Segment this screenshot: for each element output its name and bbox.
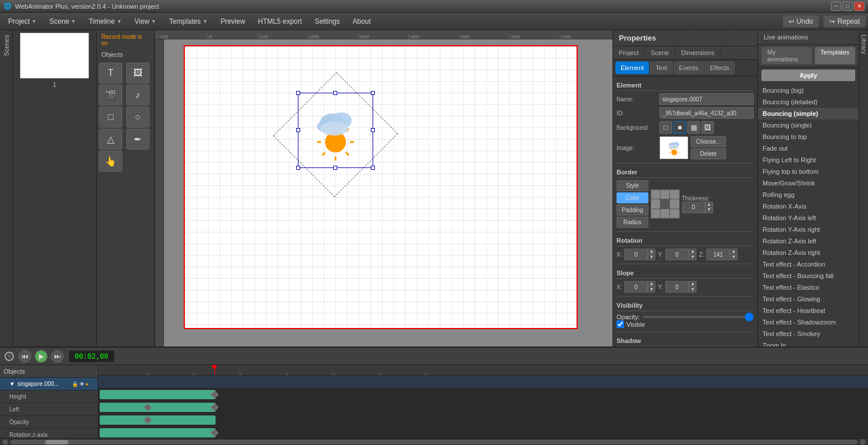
template-bouncing-simple[interactable]: Bouncing (simple) <box>758 108 859 119</box>
pointer-tool-button[interactable]: 👆 <box>99 151 122 172</box>
ellipse-tool-button[interactable]: ○ <box>126 107 149 127</box>
scene-thumbnail-1[interactable] <box>20 32 89 79</box>
tab-element[interactable]: Element <box>615 61 649 74</box>
template-flying-top-bottom[interactable]: Flying top to bottom <box>758 166 859 177</box>
eyedropper-tool-button[interactable]: ✒ <box>126 129 149 149</box>
border-cell-bc[interactable] <box>661 209 669 218</box>
handle-top-left[interactable] <box>296 91 300 95</box>
template-rolling-egg[interactable]: Rolling egg <box>758 189 859 200</box>
triangle-tool-button[interactable]: △ <box>99 129 122 149</box>
template-rotation-x-axis[interactable]: Rotation X-Axis <box>758 200 859 212</box>
scroll-right-btn[interactable] <box>860 439 866 445</box>
rot-x-up[interactable]: ▲ <box>647 249 655 254</box>
bg-gradient-icon[interactable]: ▦ <box>687 121 700 134</box>
text-tool-button[interactable]: T <box>99 63 122 83</box>
menu-view[interactable]: View ▼ <box>129 15 162 28</box>
repeat-button[interactable]: ↪ Repeat <box>823 16 866 27</box>
lock-icon[interactable]: 🔒 <box>72 381 78 387</box>
choose-button[interactable]: Choose... <box>691 136 726 147</box>
tab-events[interactable]: Events <box>674 61 704 74</box>
eye-icon[interactable]: 👁 <box>79 381 85 387</box>
bg-color-icon[interactable]: ■ <box>673 121 686 134</box>
slope-x-up[interactable]: ▲ <box>647 281 655 287</box>
slope-y-up[interactable]: ▲ <box>688 281 696 287</box>
style-button[interactable]: Style <box>617 180 648 191</box>
color-button[interactable]: Color <box>617 192 648 203</box>
dot-icon[interactable]: ● <box>86 381 89 387</box>
border-cell-tl[interactable] <box>651 190 660 199</box>
menu-html5export[interactable]: HTML5 export <box>252 15 308 28</box>
tab-text[interactable]: Text <box>650 61 672 74</box>
rot-z-down[interactable]: ▼ <box>730 254 738 260</box>
scrollbar-thumb[interactable] <box>45 440 68 444</box>
template-fade-out[interactable]: Fade out <box>758 143 859 154</box>
playhead[interactable] <box>214 365 215 375</box>
timeline-scrollbar[interactable] <box>0 438 868 445</box>
border-cell-mr[interactable] <box>670 199 679 208</box>
slope-x-down[interactable]: ▼ <box>647 287 655 293</box>
undo-button[interactable]: ↩ Undo <box>783 16 819 27</box>
library-label[interactable]: Library <box>860 35 867 54</box>
image-tool-button[interactable]: 🖼 <box>126 63 149 83</box>
tab-dimensions[interactable]: Dimensions <box>675 46 720 59</box>
tab-effects[interactable]: Effects <box>705 61 734 74</box>
menu-preview[interactable]: Preview <box>214 15 251 28</box>
rot-y-input[interactable] <box>665 249 688 260</box>
padding-button[interactable]: Padding <box>617 205 648 216</box>
menu-templates[interactable]: Templates ▼ <box>163 15 214 28</box>
template-text-elastico[interactable]: Text effect - Elastico <box>758 282 859 293</box>
template-bouncing-single[interactable]: Bouncing (single) <box>758 119 859 131</box>
track-left[interactable]: Left <box>0 403 98 416</box>
apply-button[interactable]: Apply <box>761 70 855 81</box>
bg-image-icon[interactable]: 🖼 <box>701 121 714 134</box>
template-rotation-z-right[interactable]: Rotation Z-Axis right <box>758 247 859 258</box>
border-cell-br[interactable] <box>670 209 679 218</box>
template-text-bouncing-fall[interactable]: Text effect - Bouncing fall <box>758 270 859 282</box>
video-tool-button[interactable]: 🎬 <box>99 85 122 105</box>
timeline-h-scrollbar[interactable] <box>10 440 858 444</box>
menu-scene[interactable]: Scene ▼ <box>43 15 82 28</box>
handle-middle-right[interactable] <box>371 128 375 132</box>
maximize-button[interactable]: □ <box>843 2 853 11</box>
template-rotation-y-left[interactable]: Rotation Y-Axis left <box>758 212 859 224</box>
template-bouncing-detailed[interactable]: Bouncing (detailed) <box>758 96 859 108</box>
rot-z-up[interactable]: ▲ <box>730 249 738 254</box>
tab-my-animations[interactable]: My animations <box>761 47 812 64</box>
thickness-input[interactable] <box>682 202 705 213</box>
track-singapore[interactable]: ▼ singapore.000... 🔒 👁 ● <box>0 378 98 391</box>
handle-top-right[interactable] <box>371 91 375 95</box>
template-rotation-z-left[interactable]: Rotation Z-Axis left <box>758 235 859 247</box>
border-cell-tc[interactable] <box>661 190 669 199</box>
rectangle-tool-button[interactable]: □ <box>99 107 122 127</box>
tab-project[interactable]: Project <box>613 46 645 59</box>
thickness-up[interactable]: ▲ <box>705 202 713 207</box>
template-text-glowing[interactable]: Text effect - Glowing <box>758 293 859 305</box>
skip-back-button[interactable]: ⏮ <box>19 350 31 363</box>
weather-element[interactable] <box>289 81 382 185</box>
template-text-smokey[interactable]: Text effect - Smokey <box>758 328 859 340</box>
slope-y-down[interactable]: ▼ <box>688 287 696 293</box>
handle-middle-left[interactable] <box>296 128 300 132</box>
handle-bottom-center[interactable] <box>333 166 337 170</box>
template-bouncing-big[interactable]: Bouncing (big) <box>758 85 859 96</box>
tab-scene[interactable]: Scene <box>645 46 675 59</box>
track-rotation-z[interactable]: Rotation z-axis <box>0 429 98 438</box>
name-input[interactable] <box>659 93 754 105</box>
bg-none-icon[interactable]: □ <box>659 121 672 134</box>
audio-tool-button[interactable]: ♪ <box>126 85 149 105</box>
template-text-shadowzoom[interactable]: Text effect - Shadowzoom <box>758 316 859 328</box>
opacity-slider[interactable] <box>643 316 754 318</box>
border-cell-bl[interactable] <box>651 209 660 218</box>
template-flying-left-right[interactable]: Flying Left to Right <box>758 154 859 166</box>
rot-x-input[interactable] <box>624 249 647 260</box>
template-rotation-y-right[interactable]: Rotation Y-Axis right <box>758 224 859 235</box>
delete-button[interactable]: Delete <box>691 148 726 159</box>
track-height[interactable]: Height <box>0 391 98 403</box>
id-input[interactable] <box>659 107 754 119</box>
template-text-heartbeat[interactable]: Text effect - Heartbeat <box>758 305 859 316</box>
visible-checkbox[interactable] <box>617 320 624 328</box>
thickness-down[interactable]: ▼ <box>705 207 713 213</box>
scroll-left-btn[interactable] <box>2 439 8 445</box>
menu-timeline[interactable]: Timeline ▼ <box>83 15 127 28</box>
track-opacity[interactable]: Opacity <box>0 416 98 429</box>
